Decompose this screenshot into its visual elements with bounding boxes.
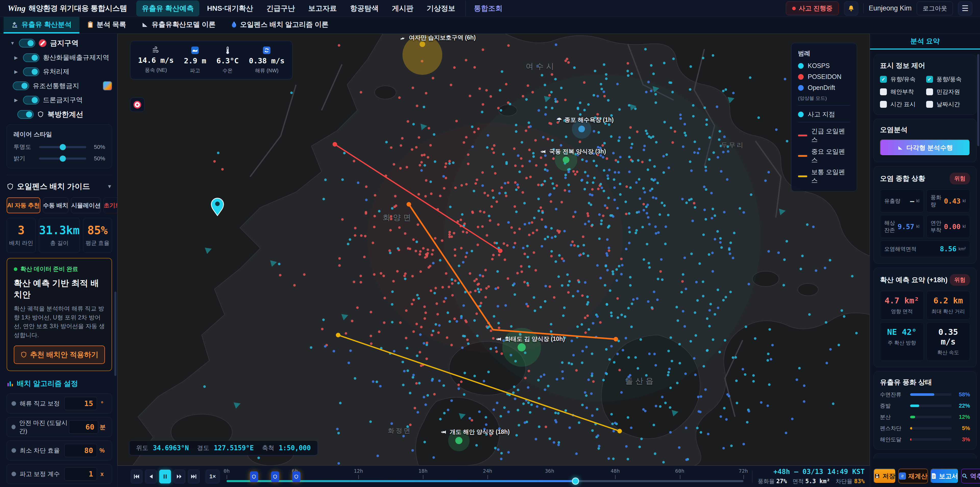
nav-item-hns[interactable]: HNS·대기확산 [201, 0, 259, 16]
logout-button[interactable]: 로그아웃 [917, 2, 953, 15]
tile-label: 최대 확산 거리 [929, 308, 968, 315]
timeline-handle[interactable] [572, 477, 579, 485]
nav-item-rescue[interactable]: 긴급구난 [261, 0, 301, 16]
poi-wetland-label[interactable]: 여자만 습지보호구역 (6h) [400, 34, 476, 42]
layer-toggle[interactable] [13, 81, 29, 90]
tab-diffusion-model-theory[interactable]: 유출유확산모델 이론 [134, 17, 223, 34]
brightness-label: 밝기 [14, 155, 35, 163]
wave-height: 2.9 m 파고 [184, 46, 206, 74]
stat-label: 유출량 [884, 197, 900, 204]
incident-status-badge[interactable]: 사고 진행중 [786, 1, 839, 15]
bar-label: 수면잔류 [880, 391, 907, 398]
poi-abalone-farm-label[interactable]: 국동 전복 양식장 (3h) [540, 148, 606, 155]
stat-label: 총 길이 [39, 239, 80, 247]
manual-placement-button[interactable]: 수동 배치 [43, 197, 68, 213]
notifications-button[interactable] [844, 1, 858, 16]
poi-coastal-farm-label[interactable]: 개도 해안 양식장 (18h) [441, 428, 510, 436]
poi-label-text: 종포 해수욕장 (1h) [565, 116, 614, 124]
document-icon [931, 473, 937, 479]
nav-item-board[interactable]: 게시판 [387, 0, 419, 16]
layer-toggle[interactable] [19, 39, 35, 48]
poi-beach-label[interactable]: ☂ 종포 해수욕장 (1h) [556, 116, 614, 124]
safety-margin-input[interactable]: 60 [69, 420, 98, 434]
bar-value: 3% [955, 436, 970, 443]
fast-forward-button[interactable] [173, 469, 185, 484]
fence-deploy-marker-1[interactable] [250, 471, 258, 482]
current-orthogonal-input[interactable]: 15 [64, 397, 97, 410]
timeline-track[interactable] [227, 480, 743, 482]
checkbox-datetime[interactable]: ✓날짜시간 [926, 101, 970, 108]
layer-row-tanker-ban[interactable]: 유조선통행금지 [0, 81, 112, 90]
sidebar-scrollbar[interactable] [115, 292, 116, 376]
skip-start-button[interactable] [130, 469, 142, 484]
opacity-slider[interactable] [39, 146, 86, 148]
menu-button[interactable]: ☰ [958, 1, 972, 16]
checkbox-wind-dir[interactable]: ✓풍향/풍속 [926, 75, 970, 83]
report-button[interactable]: 보고서 [931, 469, 959, 484]
clipboard-icon [87, 21, 94, 28]
caret-right-icon[interactable]: ▶ [14, 55, 19, 61]
current-time-label: +48h – 03/13 14:49 KST [773, 468, 865, 476]
vessel-specs-section[interactable]: 사고 선박 제원 ▸ [873, 453, 977, 459]
lon-label: 경도 [197, 444, 209, 452]
layer-toggle[interactable] [23, 53, 39, 62]
layer-row-northern-limit-line[interactable]: 북방한계선 [0, 110, 112, 119]
legend-label: 긴급 오일펜스 [811, 127, 850, 144]
brightness-slider[interactable] [39, 158, 86, 160]
apply-recommendation-button[interactable]: 추천 배치안 적용하기 [14, 345, 105, 364]
backtrack-button[interactable]: 역추적 [961, 469, 980, 484]
fish-icon [540, 149, 547, 154]
refresh-icon [899, 473, 906, 480]
wave-coefficient-input[interactable]: 1 [64, 467, 97, 481]
collapse-icon[interactable]: ▼ [107, 184, 112, 190]
layer-label: 유처리제 [43, 67, 69, 76]
bar-label: 분산 [880, 414, 907, 421]
polygon-analysis-button[interactable]: 다각형 분석수행 [880, 139, 970, 156]
checkbox-shore-adhesion[interactable]: ✓해안부착 [880, 88, 924, 96]
step-back-button[interactable] [145, 469, 157, 484]
caret-right-icon[interactable]: ▶ [14, 69, 19, 75]
tab-analysis-list[interactable]: 분석 목록 [80, 17, 134, 34]
layer-style-swatch-button[interactable] [103, 81, 112, 90]
fence-deploy-marker-2[interactable] [271, 471, 279, 482]
speed-button[interactable]: 1× [206, 469, 220, 484]
min-efficiency-input[interactable]: 80 [64, 444, 97, 457]
stat-unit: kl [963, 224, 966, 229]
caret-right-icon[interactable]: ▶ [14, 97, 19, 103]
reset-button[interactable]: 초기화 [103, 197, 118, 213]
skip-end-button[interactable] [188, 469, 200, 484]
recalculate-button[interactable]: 재계산 [898, 469, 928, 484]
checkbox-icon: ✓ [926, 101, 933, 108]
ready-status: 확산 데이터 준비 완료 [21, 265, 78, 273]
tab-analysis-summary[interactable]: 분석 요약 [870, 34, 980, 49]
nav-item-aerial-search[interactable]: 항공탐색 [345, 0, 384, 16]
slider-knob[interactable] [60, 144, 66, 150]
layer-row-sulfur-zone[interactable]: ▶ 황산화물배출규제지역 [0, 53, 112, 62]
layer-toggle[interactable] [18, 110, 34, 119]
poi-laver-farm-label[interactable]: 화태도 김 양식장 (10h) [496, 335, 565, 343]
map-canvas[interactable]: 여수시 두무리 화양면 돌산읍 화정면 여자만 습지보호구역 (6h) ☂ 종포… [118, 34, 870, 466]
simulation-button[interactable]: 시뮬레이션 [71, 197, 101, 213]
layer-toggle[interactable] [23, 96, 39, 104]
slider-knob[interactable] [60, 155, 66, 162]
recenter-incident-button[interactable] [130, 97, 145, 112]
fence-deploy-marker-3[interactable] [292, 471, 301, 482]
nav-item-integrated-search[interactable]: 통합조회 [466, 0, 508, 16]
tab-diffusion-analysis[interactable]: 유출유 확산분석 [3, 17, 80, 34]
nav-item-oil-spill-forecast[interactable]: 유출유 확산예측 [136, 0, 200, 16]
checkbox-time-display[interactable]: ✓시간 표시 [880, 101, 924, 108]
checkbox-sensitive-resources[interactable]: ✓민감자원 [926, 88, 970, 96]
ai-recommend-button[interactable]: AI 자동 추천 [6, 197, 40, 213]
layer-row-dispersant[interactable]: ▶ 유처리제 [0, 67, 112, 76]
nav-item-reports[interactable]: 보고자료 [303, 0, 342, 16]
panel-scrollbar[interactable] [977, 54, 979, 146]
layer-row-restricted-zone[interactable]: ▼ 금지구역 [0, 38, 112, 48]
layer-toggle[interactable] [23, 67, 39, 76]
tab-oilfence-algorithm-theory[interactable]: 오일펜스 배치 알고리즘 이론 [223, 17, 336, 34]
layer-row-drone-ban[interactable]: ▶ 드론금지구역 [0, 96, 112, 104]
save-button[interactable]: 저장 [873, 469, 896, 484]
checkbox-current-dir[interactable]: ✓유향/유속 [880, 75, 924, 83]
caret-down-icon[interactable]: ▼ [10, 41, 15, 46]
nav-item-weather[interactable]: 기상정보 [421, 0, 461, 16]
pause-button[interactable] [159, 469, 171, 484]
